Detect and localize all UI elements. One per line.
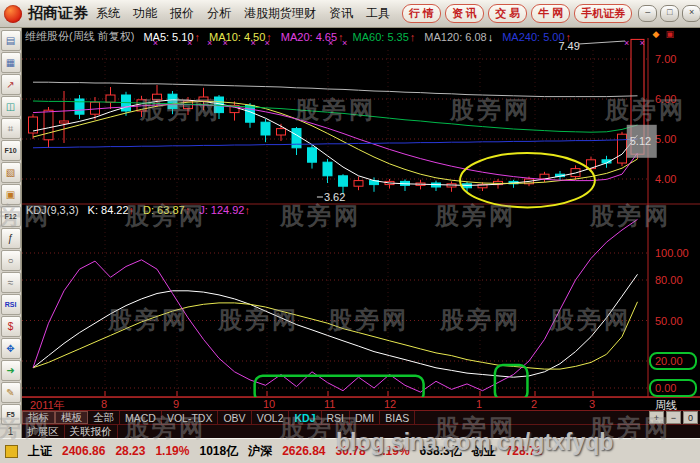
f12-icon[interactable]: F12 — [1, 206, 21, 227]
close-button[interactable]: × — [682, 5, 700, 22]
diamond-icon[interactable]: ◆ — [653, 29, 660, 39]
menu-item-资讯[interactable]: 资讯 — [329, 5, 353, 22]
app-title: 招商证券 — [28, 4, 88, 23]
quick-button[interactable]: 交 易 — [488, 4, 527, 23]
x-axis-label: 2 — [531, 398, 537, 410]
svg-text:×: × — [640, 38, 645, 48]
tab-关联报价[interactable]: 关联报价 — [65, 425, 118, 438]
quick-button[interactable]: 资 讯 — [445, 4, 484, 23]
tab-VOL2[interactable]: VOL2 — [252, 411, 290, 424]
svg-text:7.00: 7.00 — [655, 53, 676, 65]
status-item: 上证 — [28, 443, 52, 460]
menu-item-功能[interactable]: 功能 — [133, 5, 157, 22]
svg-text:50.00: 50.00 — [655, 315, 683, 327]
menu-item-系统[interactable]: 系统 — [96, 5, 120, 22]
list-icon[interactable]: ▧ — [1, 162, 21, 183]
kdj-header: KDJ(9,3,3) K: 84.22↑ D: 63.87↑ J: 124.92… — [26, 204, 250, 216]
status-item: 30.78 — [336, 444, 366, 458]
kdj-d-value: D: 63.87↑ — [143, 204, 190, 216]
window-controls: –□× — [638, 5, 700, 22]
f10-icon[interactable]: F10 — [1, 140, 21, 161]
quick-button[interactable]: 行 情 — [402, 4, 441, 23]
tab-MACD[interactable]: MACD — [120, 411, 162, 424]
menu-item-港股期货理财[interactable]: 港股期货理财 — [244, 5, 316, 22]
x-axis-label: 8 — [101, 398, 107, 410]
trading-terminal: 招商证券 系统功能报价分析港股期货理财资讯工具 行 情资 讯交 易牛 网手机证券… — [0, 0, 700, 463]
svg-text:100.00: 100.00 — [655, 247, 689, 259]
tab-指标[interactable]: 指标 — [22, 411, 55, 424]
x-axis-label: 3 — [589, 398, 595, 410]
svg-text:20.00: 20.00 — [655, 355, 683, 367]
svg-text:6.00: 6.00 — [655, 93, 676, 105]
report-icon[interactable]: ▤ — [1, 30, 21, 51]
draw-icon[interactable]: ✎ — [1, 382, 21, 403]
zoom-0-button[interactable]: 0 — [683, 411, 698, 424]
formula-icon[interactable]: ƒ — [1, 228, 21, 249]
rsi-icon[interactable]: RSI — [1, 294, 21, 315]
tab-BIAS[interactable]: BIAS — [380, 411, 415, 424]
compress-icon[interactable]: ≈ — [1, 272, 21, 293]
status-item: 638.3亿 — [420, 443, 462, 460]
price-kdj-chart[interactable]: 7.006.005.004.00100.0080.0050.0020.000.0… — [22, 38, 700, 397]
svg-text:×: × — [624, 38, 629, 48]
svg-text:0.00: 0.00 — [655, 382, 676, 394]
tab-DMI[interactable]: DMI — [350, 411, 380, 424]
sidebar-page-number: 1 — [8, 426, 14, 437]
f5-icon[interactable]: F5 — [1, 404, 21, 425]
next-page-icon[interactable]: ➜ — [1, 360, 21, 381]
menu-item-工具[interactable]: 工具 — [366, 5, 390, 22]
menu-bar: 招商证券 系统功能报价分析港股期货理财资讯工具 行 情资 讯交 易牛 网手机证券… — [0, 0, 700, 28]
kdj-j-value: J: 124.92↑ — [199, 204, 250, 216]
svg-text:5.00: 5.00 — [655, 133, 676, 145]
toolbar-sidebar: ▤▦↗◫⌗F10▧▣F12ƒ○≈RSI$✥➜✎F515 — [0, 28, 22, 438]
x-axis-label: 11 — [324, 398, 335, 410]
tab-扩展区[interactable]: 扩展区 — [22, 425, 65, 438]
x-axis-label: 10 — [263, 398, 275, 410]
chart-title-row: 维维股份(周线 前复权) MA5: 5.10↑MA10: 4.50↑MA20: … — [25, 29, 571, 44]
close-chart-icon[interactable]: ▣ — [665, 29, 674, 39]
kdj-k-value: K: 84.22↑ — [88, 204, 134, 216]
svg-text:80.00: 80.00 — [655, 274, 683, 286]
money-icon[interactable]: $ — [1, 316, 21, 337]
keyboard-icon[interactable]: ⌗ — [1, 118, 21, 139]
chart-area[interactable]: 维维股份(周线 前复权) MA5: 5.10↑MA10: 4.50↑MA20: … — [22, 28, 700, 438]
status-item: 创业 — [472, 443, 496, 460]
quick-button[interactable]: 牛 网 — [531, 4, 570, 23]
status-item: 1018亿 — [199, 443, 238, 460]
tab-OBV[interactable]: OBV — [218, 411, 251, 424]
tab-VOL-TDX[interactable]: VOL-TDX — [162, 411, 219, 424]
tab-RSI[interactable]: RSI — [322, 411, 351, 424]
status-item: 2406.86 — [62, 444, 105, 458]
status-item: 1.19% — [376, 444, 410, 458]
quick-button[interactable]: 手机证券 — [574, 4, 632, 23]
ma-label-MA5: MA5: 5.10↑ — [143, 31, 200, 43]
ma-label-MA60: MA60: 5.35↑ — [353, 31, 416, 43]
minimize-button[interactable]: – — [638, 5, 657, 22]
zoom-−-button[interactable]: − — [666, 411, 681, 424]
indicator-tab-bar: 指标模板全部MACDVOL-TDXOBVVOL2KDJRSIDMIBIAS+−0 — [22, 410, 700, 424]
menu-item-分析[interactable]: 分析 — [207, 5, 231, 22]
restore-button[interactable]: □ — [660, 5, 679, 22]
ma-label-MA120: MA120: 6.08↓ — [424, 31, 493, 43]
quote-grid-icon[interactable]: ▦ — [1, 52, 21, 73]
zoom-+-button[interactable]: + — [649, 411, 664, 424]
menu-item-报价[interactable]: 报价 — [170, 5, 194, 22]
x-axis-label: 1 — [476, 398, 482, 410]
chart-corner-icons: ◆▣ — [653, 29, 674, 39]
tab-KDJ[interactable]: KDJ — [289, 411, 321, 424]
status-item: 28.23 — [115, 444, 145, 458]
tab-全部[interactable]: 全部 — [88, 411, 120, 424]
x-axis-row: 周线 2011年89101112123 — [22, 397, 700, 410]
zoom-tool-icon[interactable]: ○ — [1, 250, 21, 271]
status-bar: 上证2406.8628.231.19%1018亿沪深2626.8430.781.… — [0, 438, 700, 463]
move-icon[interactable]: ✥ — [1, 338, 21, 359]
kline-icon[interactable]: ◫ — [1, 96, 21, 117]
news-icon[interactable]: ▣ — [1, 184, 21, 205]
status-market-icon[interactable] — [5, 445, 18, 458]
extension-tab-bar: 扩展区关联报价 — [22, 424, 700, 438]
x-axis-label: 12 — [384, 398, 396, 410]
tab-模板[interactable]: 模板 — [55, 411, 88, 424]
ma-legend: MA5: 5.10↑MA10: 4.50↑MA20: 4.65↑MA60: 5.… — [143, 31, 571, 43]
status-item: 沪深 — [248, 443, 272, 460]
trend-line-icon[interactable]: ↗ — [1, 74, 21, 95]
